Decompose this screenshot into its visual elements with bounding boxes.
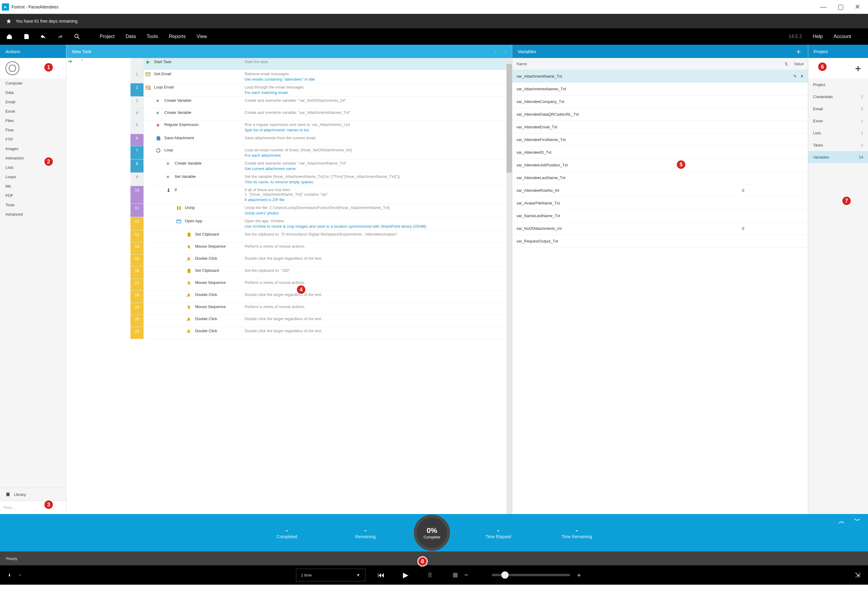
line-number[interactable]: 13 [130,231,144,243]
line-number[interactable]: 5 [130,121,144,134]
undo-icon[interactable] [40,33,46,40]
variable-row[interactable]: var_AttendeeEmail_Txt [512,121,808,133]
home-icon[interactable] [6,33,13,40]
search-icon[interactable] [74,33,81,40]
library-button[interactable]: Library [0,488,66,501]
action-category-loops[interactable]: Loops [0,172,66,181]
action-category-tools[interactable]: Tools [0,200,66,210]
task-step[interactable]: Loop Loop an exact number of times: [%va… [144,146,512,160]
project-item-variables[interactable]: Variables14 [808,151,868,163]
action-category-lists[interactable]: Lists [0,163,66,172]
find-input[interactable]: Find... [0,501,66,514]
task-step[interactable]: Save Attachment Save attachments from th… [144,134,512,146]
pause-icon[interactable]: ⏸ [426,571,434,579]
menu-help[interactable]: Help [813,34,823,39]
line-number[interactable]: 16 [130,267,144,279]
task-step[interactable]: Loop Email Loop through the email messag… [144,84,512,97]
line-number[interactable]: 2 [130,84,144,97]
maximize-icon[interactable]: ▢ [837,3,844,11]
task-step[interactable]: Mouse Sequence Perform a series of mouse… [144,279,512,291]
action-category-interaction[interactable]: Interaction [0,153,66,163]
line-number[interactable]: 6 [130,134,144,146]
variable-row[interactable]: var_AttendeeLastName_Txt [512,172,808,184]
col-value[interactable]: Value [794,62,804,66]
project-item-email[interactable]: Email2 [808,103,868,115]
task-step[interactable]: If If all of these are true then1. "[%va… [144,186,512,204]
line-number[interactable]: 21 [130,327,144,339]
task-scrollbar[interactable] [507,58,512,514]
line-number[interactable]: 8 [130,160,144,173]
menu-account[interactable]: Account [834,34,851,39]
speed-minus-icon[interactable]: − [465,571,468,579]
sort-icon[interactable]: ⇅ [785,62,788,66]
action-category-data[interactable]: Data [0,88,66,97]
close-icon[interactable]: ✕ [855,3,860,11]
action-category-me[interactable]: Me [0,181,66,191]
project-item-tasks[interactable]: Tasks2 [808,139,868,151]
variable-row[interactable]: var_RequestOutput_Txt [512,235,808,248]
menu-project[interactable]: Project [100,34,115,39]
task-step[interactable]: ✕ Create Variable Create and overwrite v… [144,97,512,109]
add-variable-icon[interactable]: ＋ [795,46,803,57]
variable-row[interactable]: var_AttachmentsNames_Txt [512,83,808,95]
line-number[interactable]: 11 [130,204,144,217]
action-category-pdf[interactable]: PDF [0,191,66,200]
project-item-project[interactable]: Project [808,79,868,91]
variable-row[interactable]: var_AttendeeJobPosition_Txt [512,159,808,172]
collapse-down-icon[interactable]: ︾ [854,516,861,525]
line-number[interactable]: 4 [130,109,144,121]
action-category-email[interactable]: Email [0,97,66,107]
rewind-icon[interactable]: ⏮ [378,571,385,579]
line-number[interactable] [130,58,144,70]
line-number[interactable]: 12 [130,217,144,231]
line-number[interactable]: 20 [130,315,144,327]
line-number[interactable]: 19 [130,303,144,315]
variable-row[interactable]: var_AttendeeCompany_Txt [512,95,808,108]
project-item-excel[interactable]: Excel1 [808,115,868,127]
edit-icon[interactable]: ✎ [794,74,797,79]
variable-row[interactable]: var_AvatarFileName_Txt [512,197,808,210]
project-item-lists[interactable]: Lists1 [808,127,868,139]
variable-row[interactable]: var_AttendeeID_Txt [512,146,808,159]
line-number[interactable]: 15 [130,255,144,267]
clear-icon[interactable]: ✕ [19,573,22,578]
menu-tools[interactable]: Tools [147,34,158,39]
variable-row[interactable]: var_NameLastName_Txt [512,210,808,222]
variable-row[interactable]: var_AttendeeRowNo_Int0 [512,184,808,197]
variable-row[interactable]: var_NoOfAttachments_Int0 [512,222,808,235]
menu-view[interactable]: View [197,34,207,39]
speed-plus-icon[interactable]: ＋ [576,570,582,579]
variable-row[interactable]: var_AttachmentName_Txt✎✕ [512,70,808,83]
task-step[interactable]: ✕ Create Variable Create and overwrite v… [144,109,512,121]
move-down-icon[interactable]: ↓ [504,49,507,54]
action-category-files[interactable]: Files [0,116,66,125]
action-category-advanced[interactable]: Advanced [0,210,66,219]
line-number[interactable]: 7 [130,146,144,160]
task-step[interactable]: Set Clipboard Set the clipboard to: "D:\… [144,231,512,243]
action-category-excel[interactable]: Excel [0,107,66,116]
task-step[interactable]: 2 Double Click Double click the target r… [144,255,512,267]
action-category-ftp[interactable]: FTP [0,135,66,144]
task-step[interactable]: Set Clipboard Set the clipboard to: "150… [144,267,512,279]
task-step[interactable]: Mouse Sequence Perform a series of mouse… [144,303,512,315]
line-number[interactable]: 10 [130,186,144,204]
task-step[interactable]: Start Task Start the task. [144,58,512,70]
task-step[interactable]: Mouse Sequence Perform a series of mouse… [144,243,512,255]
task-step[interactable]: Get Email Retrieve email messages.Get em… [144,70,512,84]
task-step[interactable]: 2 Double Click Double click the target r… [144,315,512,327]
delete-icon[interactable]: ✕ [800,74,804,79]
variable-row[interactable]: var_AttendeeFirstName_Txt [512,133,808,146]
menu-reports[interactable]: Reports [169,34,186,39]
collapse-up-icon[interactable]: ︽ [839,516,845,525]
menu-data[interactable]: Data [126,34,136,39]
line-number[interactable]: 9 [130,173,144,186]
line-number[interactable]: 18 [130,291,144,303]
speed-slider[interactable] [492,574,570,576]
line-number[interactable]: 17 [130,279,144,291]
task-step[interactable]: Unzip Unzip the file: C:\Users\Lucky\Dow… [144,204,512,217]
col-name[interactable]: Name [516,62,682,66]
run-count-select[interactable]: 1 time ▼ [296,569,366,581]
task-step[interactable]: ✕ Create Variable Create and overwrite v… [144,160,512,173]
action-category-computer[interactable]: Computer [0,79,66,88]
minimize-icon[interactable]: — [820,3,827,11]
